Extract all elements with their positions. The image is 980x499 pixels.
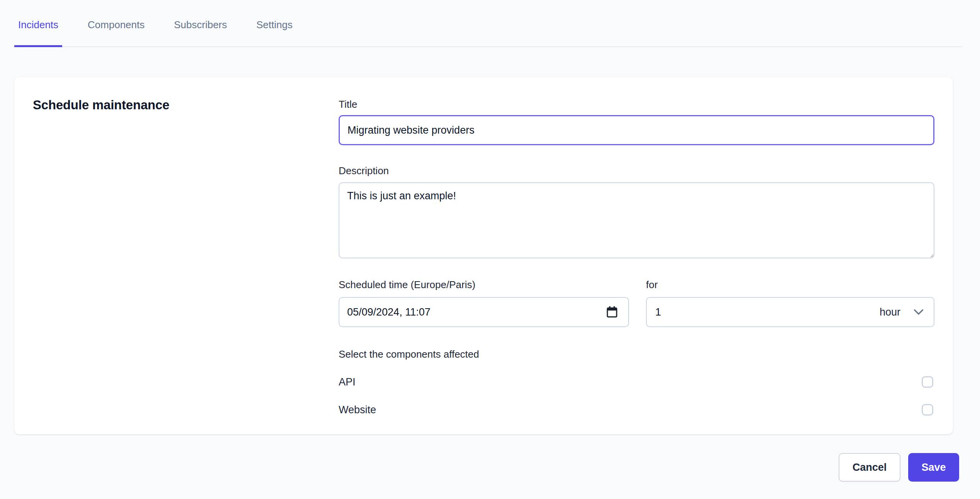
scheduled-time-field: Scheduled time (Europe/Paris) (339, 278, 629, 327)
component-name-website: Website (339, 404, 376, 416)
duration-field: for hour (646, 278, 934, 327)
schedule-row: Scheduled time (Europe/Paris) for (339, 278, 934, 327)
chevron-down-icon (914, 309, 924, 315)
tab-bar: Incidents Components Subscribers Setting… (14, 0, 962, 47)
title-label: Title (339, 98, 934, 110)
maintenance-form: Title Description This is just an exampl… (339, 96, 934, 416)
tab-incidents[interactable]: Incidents (14, 19, 62, 47)
duration-value-input[interactable] (654, 306, 880, 319)
main-content: Schedule maintenance Title Description T… (0, 77, 980, 482)
tab-subscribers[interactable]: Subscribers (170, 19, 231, 46)
description-label: Description (339, 165, 934, 177)
scheduled-time-input-wrap (339, 297, 629, 327)
page-title: Schedule maintenance (33, 97, 339, 113)
component-name-api: API (339, 376, 356, 388)
duration-label: for (646, 278, 934, 291)
form-actions: Cancel Save (0, 453, 959, 482)
scheduled-time-label: Scheduled time (Europe/Paris) (339, 278, 629, 291)
schedule-maintenance-card: Schedule maintenance Title Description T… (14, 77, 953, 435)
scheduled-time-input[interactable] (339, 297, 629, 327)
component-checkbox-api[interactable] (922, 376, 933, 388)
component-checkbox-website[interactable] (922, 404, 933, 416)
duration-unit-value: hour (880, 306, 900, 318)
tab-settings[interactable]: Settings (253, 19, 297, 46)
card-left-column: Schedule maintenance (33, 96, 339, 416)
component-row-website: Website (339, 404, 934, 416)
component-row-api: API (339, 376, 934, 388)
duration-group: hour (646, 297, 934, 327)
components-section-label: Select the components affected (339, 348, 934, 360)
tab-components[interactable]: Components (84, 19, 148, 46)
description-textarea[interactable]: This is just an example! (339, 182, 934, 258)
duration-unit-select[interactable]: hour (880, 306, 924, 318)
save-button[interactable]: Save (908, 453, 959, 482)
title-input[interactable] (339, 115, 934, 145)
cancel-button[interactable]: Cancel (839, 453, 900, 482)
